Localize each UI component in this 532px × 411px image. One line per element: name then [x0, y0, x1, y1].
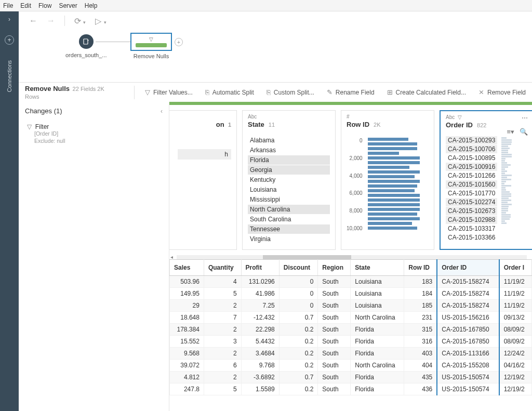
orderid-value[interactable]: CA-2015-100916 — [446, 163, 497, 171]
connections-sidebar: › + Connections — [0, 11, 19, 411]
toolbar-divider — [64, 16, 65, 26]
orderid-value-list[interactable]: CA-2015-100293CA-2015-100706CA-2015-1008… — [446, 136, 527, 242]
custom-split-icon: ⎘ — [267, 88, 271, 96]
rename-field-button[interactable]: ✎Rename Field — [321, 88, 381, 96]
state-value[interactable]: North Carolina — [248, 205, 330, 214]
orderid-value[interactable]: CA-2015-102673 — [446, 207, 497, 215]
orderid-value[interactable]: CA-2015-103317 — [446, 224, 497, 233]
orderid-value[interactable]: CA-2015-100706 — [446, 145, 497, 153]
sort-icon[interactable]: ≡▾ — [507, 128, 514, 136]
changes-header[interactable]: Changes (1) ‹ — [19, 102, 169, 120]
add-connection-button[interactable]: + — [5, 35, 14, 45]
search-icon[interactable]: 🔍 — [520, 128, 528, 136]
field-card-partial[interactable]: on 1 h — [169, 110, 237, 250]
grid-header[interactable]: Row ID — [404, 260, 437, 276]
change-item-rule: Exclude: null — [27, 138, 161, 145]
orderid-value[interactable]: CA-2015-101770 — [446, 189, 497, 197]
orderid-value[interactable]: CA-2015-101560 — [446, 180, 497, 189]
menu-edit[interactable]: Edit — [20, 2, 31, 9]
grid-header[interactable]: Discount — [279, 260, 318, 276]
state-value[interactable]: Virginia — [248, 234, 330, 244]
orderid-value[interactable]: CA-2015-102988 — [446, 216, 497, 224]
rowid-histogram: 02,0004,0006,0008,00010,000 — [347, 136, 429, 231]
grid-header[interactable]: Profit — [241, 260, 279, 276]
remove-icon: ⨯ — [478, 88, 484, 96]
type-abc-icon: Abc — [446, 114, 455, 120]
field-card-state[interactable]: Abc State11 AlabamaArkansasFloridaGeorgi… — [242, 110, 336, 250]
state-value[interactable]: Florida — [248, 155, 330, 165]
orderid-value[interactable]: CA-2015-100895 — [446, 154, 497, 162]
collapse-icon[interactable]: ‹ — [161, 108, 163, 115]
orderid-value[interactable]: CA-2015-102274 — [446, 198, 497, 206]
state-value[interactable]: Alabama — [248, 136, 330, 145]
table-row[interactable]: 149.95541.9860SouthLouisiana184CA-2015-1… — [170, 288, 532, 300]
card-menu-button[interactable]: ⋯ — [522, 114, 528, 122]
data-grid[interactable]: SalesQuantityProfitDiscountRegionStateRo… — [169, 259, 532, 411]
forward-button[interactable]: → — [47, 16, 55, 25]
grid-header[interactable]: Order I — [499, 260, 532, 276]
back-button[interactable]: ← — [29, 16, 37, 25]
grid-header[interactable]: State — [351, 260, 404, 276]
grid-header[interactable]: Sales — [170, 260, 204, 276]
grid-header[interactable]: Quantity — [204, 260, 241, 276]
table-row[interactable]: 503.964131.02960SouthLouisiana183CA-2015… — [170, 276, 532, 288]
refresh-button[interactable]: ⟳ ▾ — [74, 16, 86, 26]
create-calc-button[interactable]: ⊞Create Calculated Field... — [381, 88, 472, 96]
run-flow-button[interactable]: ▷ ▾ — [95, 16, 106, 26]
step-progress-bar — [136, 43, 167, 47]
flow-canvas[interactable]: orders_south_... ▽ Remove Nulls + — [19, 30, 532, 82]
flow-node-step-label: Remove Nulls — [130, 53, 172, 59]
top-toolbar: ← → ⟳ ▾ ▷ ▾ — [19, 11, 532, 30]
state-value[interactable]: Arkansas — [248, 145, 330, 155]
sidebar-expand-icon[interactable]: › — [8, 16, 10, 23]
orderid-value[interactable]: CA-2015-100293 — [446, 136, 497, 144]
card-actions: ≡▾ 🔍 — [507, 128, 528, 136]
table-row[interactable]: 247.851.55890.2SouthFlorida436US-2015-15… — [170, 383, 532, 395]
menu-bar: File Edit Flow Server Help — [0, 0, 532, 11]
grid-header[interactable]: Region — [318, 260, 351, 276]
split-icon: ⎘ — [205, 88, 209, 96]
table-row[interactable]: 18.6487-12.4320.7SouthNorth Carolina231U… — [170, 312, 532, 324]
table-row[interactable]: 4.8122-3.68920.7SouthFlorida435US-2015-1… — [170, 372, 532, 383]
state-value[interactable]: Louisiana — [248, 185, 330, 194]
grid-header[interactable]: Order ID — [437, 260, 499, 276]
state-value[interactable]: Mississippi — [248, 195, 330, 204]
state-value[interactable]: Tennessee — [248, 224, 330, 234]
menu-server[interactable]: Server — [59, 2, 77, 9]
type-abc-icon: Abc — [248, 114, 257, 120]
add-step-button[interactable]: + — [175, 38, 183, 46]
calc-icon: ⊞ — [387, 88, 393, 96]
pencil-icon: ✎ — [327, 88, 332, 96]
state-value[interactable]: South Carolina — [248, 215, 330, 224]
change-item-filter[interactable]: ▽ Filter [Order ID] Exclude: null — [19, 120, 169, 148]
table-row[interactable]: 39.07269.7680.2SouthNorth Carolina404CA-… — [170, 360, 532, 372]
state-value-list[interactable]: AlabamaArkansasFloridaGeorgiaKentuckyLou… — [248, 136, 330, 244]
field-card-rowid[interactable]: # Row ID2K 02,0004,0006,0008,00010,000 — [341, 110, 434, 250]
filter-values-button[interactable]: ▽Filter Values... — [139, 88, 199, 96]
flow-node-input[interactable]: orders_south_... — [65, 34, 107, 58]
custom-split-button[interactable]: ⎘Custom Split... — [260, 88, 321, 96]
menu-flow[interactable]: Flow — [38, 2, 51, 9]
flow-node-input-label: orders_south_... — [65, 52, 107, 58]
orderid-value[interactable]: CA-2015-101266 — [446, 171, 497, 180]
menu-file[interactable]: File — [3, 2, 13, 9]
grid-header-row: SalesQuantityProfitDiscountRegionStateRo… — [170, 260, 532, 276]
table-row[interactable]: 15.55235.44320.2SouthFlorida316CA-2015-1… — [170, 336, 532, 348]
ribbon-separator — [134, 86, 135, 99]
remove-field-button[interactable]: ⨯Remove Field — [472, 88, 532, 96]
table-row[interactable]: 2927.250SouthLouisiana185CA-2015-1582741… — [170, 300, 532, 312]
filter-icon: ▽ — [149, 36, 153, 42]
menu-help[interactable]: Help — [85, 2, 98, 9]
table-row[interactable]: 178.384222.2980.2SouthFlorida315CA-2015-… — [170, 324, 532, 336]
step-ribbon: Remove Nulls 22 Fields 2K Rows ▽Filter V… — [19, 82, 532, 102]
state-value[interactable]: Kentucky — [248, 175, 330, 184]
flow-node-step[interactable]: ▽ — [130, 33, 172, 51]
table-row[interactable]: 9.56823.46840.2SouthFlorida403CA-2015-11… — [170, 348, 532, 360]
orderid-value[interactable]: CA-2015-103366 — [446, 233, 497, 242]
filter-applied-icon: ▽ — [458, 114, 462, 120]
automatic-split-button[interactable]: ⎘Automatic Split — [199, 88, 260, 96]
field-card-orderid[interactable]: ⋯ Abc ▽ Order ID822 ≡▾ 🔍 CA-2015-100293C… — [440, 110, 532, 250]
main-area: ← → ⟳ ▾ ▷ ▾ orders_south_... ▽ Remove Nu… — [19, 11, 532, 411]
profile-scrollbar[interactable]: ◂ — [169, 255, 532, 259]
state-value[interactable]: Georgia — [248, 165, 330, 175]
